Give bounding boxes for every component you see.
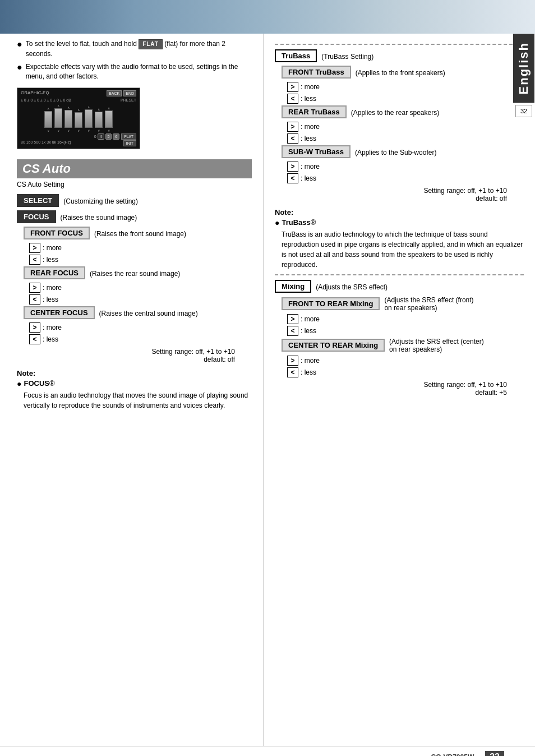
cs-auto-heading: CS Auto <box>17 159 252 178</box>
front-focus-less-control: < : less <box>29 255 252 265</box>
note-focus-heading: Note: <box>17 369 252 377</box>
note-focus-bullet: ● FOCUS® <box>17 379 252 388</box>
rear-focus-less-control: < : less <box>29 294 252 305</box>
front-to-rear-less-control: < : less <box>287 326 524 336</box>
right-column: TruBass (TruBass Setting) FRONT TruBass … <box>264 34 535 746</box>
focus-setting-range: Setting range: off, +1 to +10 default: o… <box>17 348 252 363</box>
subw-trubass-row: SUB-W TruBass (Applies to the Sub-woofer… <box>282 145 524 159</box>
select-row: SELECT (Customizing the setting) <box>17 194 252 208</box>
center-to-rear-more-btn[interactable]: > <box>287 356 298 366</box>
english-tab: English <box>513 34 534 103</box>
front-focus-desc: (Raises the front sound image) <box>94 230 186 238</box>
top-dashed-sep <box>275 44 524 45</box>
subw-trubass-more-control: > : more <box>287 162 524 172</box>
rear-trubass-more-btn[interactable]: > <box>287 122 298 132</box>
center-to-rear-less-label: : less <box>301 368 316 376</box>
mixing-row: Mixing (Adjusts the SRS effect) <box>275 280 524 294</box>
center-focus-label: CENTER FOCUS <box>24 306 95 319</box>
eq-preset-label: PRESET <box>121 98 136 102</box>
note-trubass-reg: ® <box>311 218 316 227</box>
rear-trubass-row: REAR TruBass (Applies to the rear speake… <box>282 105 524 119</box>
eq-flat-btn[interactable]: FLAT <box>121 133 136 140</box>
center-to-rear-more-label: : more <box>301 357 320 365</box>
focus-row: FOCUS (Raises the sound image) <box>17 210 252 224</box>
center-to-rear-less-btn[interactable]: < <box>287 367 298 377</box>
flat-button-inline: FLAT <box>139 39 163 49</box>
subw-trubass-desc: (Applies to the Sub-woofer) <box>355 149 436 156</box>
eq-bars: ∧∨ ∧∨ ∧∨ ∧∨ ∧∨ ∧∨ ∧∨ <box>44 103 113 132</box>
eq-preset-4[interactable]: 4 <box>98 133 104 140</box>
note-focus-title: FOCUS <box>24 379 49 388</box>
front-focus-label: FRONT FOCUS <box>24 227 90 239</box>
right-sidebar: English 32 <box>513 34 535 746</box>
focus-label: FOCUS <box>17 210 56 223</box>
subw-trubass-more-label: : more <box>301 163 320 170</box>
note-focus-reg: ® <box>49 379 55 388</box>
top-image-strip <box>0 0 535 34</box>
front-to-rear-more-btn[interactable]: > <box>287 314 298 324</box>
rear-focus-less-label: : less <box>43 296 58 303</box>
left-column: ● To set the level to flat, touch and ho… <box>0 34 264 746</box>
page-number-bottom: 33 <box>485 751 504 756</box>
bullet-dot-1: ● <box>17 40 22 49</box>
rear-trubass-less-btn[interactable]: < <box>287 133 298 144</box>
select-desc: (Customizing the setting) <box>63 197 138 205</box>
subw-trubass-less-btn[interactable]: < <box>287 173 298 183</box>
bullet-dot-2: ● <box>17 63 22 72</box>
front-to-rear-less-label: : less <box>301 327 316 335</box>
trubass-desc: (TruBass Setting) <box>321 53 373 61</box>
note-trubass-dot: ● <box>275 218 279 227</box>
center-to-rear-more-control: > : more <box>287 356 524 366</box>
note-trubass-title: TruBass <box>282 218 310 227</box>
front-trubass-less-label: : less <box>301 95 316 103</box>
front-focus-less-label: : less <box>43 256 58 264</box>
center-focus-row: CENTER FOCUS (Raises the central sound i… <box>24 306 252 320</box>
front-focus-more-label: : more <box>43 244 62 252</box>
center-to-rear-less-control: < : less <box>287 367 524 377</box>
bullet-item-1: ● To set the level to flat, touch and ho… <box>17 39 252 59</box>
eq-back-btn: BACK <box>107 90 122 96</box>
trubass-label: TruBass <box>275 49 317 62</box>
center-focus-less-control: < : less <box>29 334 252 344</box>
cs-auto-subtitle: CS Auto Setting <box>17 181 252 188</box>
rear-focus-less-btn[interactable]: < <box>29 294 40 305</box>
center-focus-less-label: : less <box>43 335 58 343</box>
front-trubass-less-btn[interactable]: < <box>287 94 298 104</box>
front-focus-more-control: > : more <box>29 243 252 253</box>
center-focus-more-control: > : more <box>29 322 252 333</box>
rear-focus-more-control: > : more <box>29 283 252 293</box>
rear-focus-more-btn[interactable]: > <box>29 283 40 293</box>
front-trubass-more-btn[interactable]: > <box>287 82 298 92</box>
model-number: CQ-VD7005W <box>431 753 474 756</box>
rear-trubass-less-label: : less <box>301 135 316 142</box>
rear-trubass-more-label: : more <box>301 123 320 131</box>
select-label: SELECT <box>17 194 59 207</box>
rear-trubass-less-control: < : less <box>287 133 524 144</box>
front-to-rear-less-btn[interactable]: < <box>287 326 298 336</box>
center-focus-more-btn[interactable]: > <box>29 322 40 333</box>
mixing-setting-range: Setting range: off, +1 to +10 default: +… <box>275 381 524 397</box>
center-focus-less-btn[interactable]: < <box>29 334 40 344</box>
middle-dashed-sep <box>275 274 524 275</box>
graphic-eq-display: GRAPHIC-EQ BACK END ± 0 ± 0 ± 0 ± 0 ± 0 … <box>17 87 140 149</box>
center-to-rear-mixing-label: CENTER TO REAR Mixing <box>282 339 385 352</box>
rear-trubass-desc: (Applies to the rear speakers) <box>351 109 439 117</box>
eq-init-btn[interactable]: INIT <box>123 140 136 146</box>
eq-preset-6[interactable]: 6 <box>113 133 119 140</box>
front-focus-less-btn[interactable]: < <box>29 255 40 265</box>
note-trubass-text: TruBass is an audio technology to which … <box>282 229 524 270</box>
center-to-rear-mixing-row: CENTER TO REAR Mixing (Adjusts the SRS e… <box>282 338 524 353</box>
focus-desc: (Raises the sound image) <box>61 214 137 222</box>
center-focus-desc: (Raises the central sound image) <box>99 310 198 317</box>
front-focus-more-btn[interactable]: > <box>29 243 40 253</box>
front-to-rear-more-label: : more <box>301 315 320 323</box>
eq-preset-5[interactable]: 5 <box>105 133 112 140</box>
center-to-rear-mixing-desc: (Adjusts the SRS effect (center) on rear… <box>389 338 484 353</box>
subw-trubass-more-btn[interactable]: > <box>287 162 298 172</box>
front-trubass-desc: (Applies to the front speakers) <box>356 69 445 77</box>
front-to-rear-more-control: > : more <box>287 314 524 324</box>
trubass-row: TruBass (TruBass Setting) <box>275 49 524 63</box>
eq-title: GRAPHIC-EQ <box>21 90 49 96</box>
trubass-section: TruBass (TruBass Setting) FRONT TruBass … <box>275 49 524 270</box>
subw-trubass-less-label: : less <box>301 174 316 182</box>
